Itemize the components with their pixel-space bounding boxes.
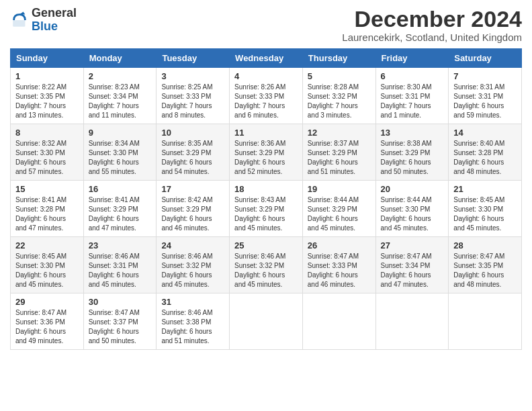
day-number: 10 bbox=[161, 128, 224, 138]
day-cell: 14Sunrise: 8:40 AMSunset: 3:28 PMDayligh… bbox=[449, 124, 522, 181]
day-info: Sunrise: 8:47 AMSunset: 3:37 PMDaylight:… bbox=[89, 308, 152, 346]
day-cell: 31Sunrise: 8:46 AMSunset: 3:38 PMDayligh… bbox=[157, 293, 230, 350]
header-cell-tuesday: Tuesday bbox=[157, 49, 230, 68]
day-cell: 30Sunrise: 8:47 AMSunset: 3:37 PMDayligh… bbox=[83, 293, 157, 350]
day-info: Sunrise: 8:35 AMSunset: 3:29 PMDaylight:… bbox=[161, 139, 224, 177]
logo-area: General Blue bbox=[10, 7, 77, 34]
day-cell: 18Sunrise: 8:43 AMSunset: 3:29 PMDayligh… bbox=[230, 181, 303, 237]
svg-rect-0 bbox=[13, 20, 25, 27]
day-info: Sunrise: 8:38 AMSunset: 3:29 PMDaylight:… bbox=[381, 139, 444, 177]
day-cell: 26Sunrise: 8:47 AMSunset: 3:33 PMDayligh… bbox=[302, 237, 375, 293]
day-number: 22 bbox=[15, 240, 79, 250]
day-cell: 9Sunrise: 8:34 AMSunset: 3:30 PMDaylight… bbox=[83, 124, 157, 181]
day-cell: 24Sunrise: 8:46 AMSunset: 3:32 PMDayligh… bbox=[157, 237, 230, 293]
calendar-body: 1Sunrise: 8:22 AMSunset: 3:35 PMDaylight… bbox=[11, 68, 522, 350]
day-info: Sunrise: 8:41 AMSunset: 3:28 PMDaylight:… bbox=[15, 195, 79, 233]
week-row: 1Sunrise: 8:22 AMSunset: 3:35 PMDaylight… bbox=[11, 68, 522, 124]
day-cell: 10Sunrise: 8:35 AMSunset: 3:29 PMDayligh… bbox=[157, 124, 230, 181]
day-cell: 27Sunrise: 8:47 AMSunset: 3:34 PMDayligh… bbox=[375, 237, 449, 293]
header-row: SundayMondayTuesdayWednesdayThursdayFrid… bbox=[11, 49, 522, 68]
day-info: Sunrise: 8:46 AMSunset: 3:31 PMDaylight:… bbox=[89, 252, 152, 289]
day-cell: 13Sunrise: 8:38 AMSunset: 3:29 PMDayligh… bbox=[375, 124, 449, 181]
day-info: Sunrise: 8:36 AMSunset: 3:29 PMDaylight:… bbox=[234, 139, 298, 177]
day-info: Sunrise: 8:31 AMSunset: 3:31 PMDaylight:… bbox=[453, 83, 517, 120]
header-cell-friday: Friday bbox=[375, 49, 449, 68]
day-info: Sunrise: 8:30 AMSunset: 3:31 PMDaylight:… bbox=[381, 83, 444, 120]
day-number: 1 bbox=[15, 71, 79, 81]
day-number: 17 bbox=[161, 184, 224, 194]
day-number: 9 bbox=[89, 128, 152, 138]
header-cell-saturday: Saturday bbox=[449, 49, 522, 68]
day-number: 15 bbox=[15, 184, 79, 194]
day-number: 18 bbox=[234, 184, 298, 194]
location-title: Laurencekirk, Scotland, United Kingdom bbox=[342, 32, 522, 43]
logo-general: General bbox=[32, 7, 77, 20]
calendar-header: SundayMondayTuesdayWednesdayThursdayFrid… bbox=[11, 49, 522, 68]
day-cell: 25Sunrise: 8:46 AMSunset: 3:32 PMDayligh… bbox=[230, 237, 303, 293]
day-number: 19 bbox=[308, 184, 371, 194]
day-number: 7 bbox=[453, 71, 517, 81]
day-info: Sunrise: 8:26 AMSunset: 3:33 PMDaylight:… bbox=[234, 83, 298, 120]
calendar-table: SundayMondayTuesdayWednesdayThursdayFrid… bbox=[10, 48, 522, 350]
day-number: 28 bbox=[453, 240, 517, 250]
day-number: 16 bbox=[89, 184, 152, 194]
day-info: Sunrise: 8:28 AMSunset: 3:32 PMDaylight:… bbox=[308, 83, 371, 120]
day-info: Sunrise: 8:47 AMSunset: 3:35 PMDaylight:… bbox=[453, 252, 517, 289]
title-area: December 2024 Laurencekirk, Scotland, Un… bbox=[342, 7, 522, 43]
day-info: Sunrise: 8:22 AMSunset: 3:35 PMDaylight:… bbox=[15, 83, 79, 120]
day-info: Sunrise: 8:47 AMSunset: 3:33 PMDaylight:… bbox=[308, 252, 371, 289]
day-number: 8 bbox=[15, 128, 79, 138]
day-info: Sunrise: 8:37 AMSunset: 3:29 PMDaylight:… bbox=[308, 139, 371, 177]
day-info: Sunrise: 8:46 AMSunset: 3:32 PMDaylight:… bbox=[234, 252, 298, 289]
day-info: Sunrise: 8:44 AMSunset: 3:29 PMDaylight:… bbox=[308, 195, 371, 233]
header-cell-wednesday: Wednesday bbox=[230, 49, 303, 68]
day-info: Sunrise: 8:44 AMSunset: 3:30 PMDaylight:… bbox=[381, 195, 444, 233]
day-cell: 15Sunrise: 8:41 AMSunset: 3:28 PMDayligh… bbox=[11, 181, 84, 237]
day-cell: 20Sunrise: 8:44 AMSunset: 3:30 PMDayligh… bbox=[375, 181, 449, 237]
day-info: Sunrise: 8:47 AMSunset: 3:36 PMDaylight:… bbox=[15, 308, 79, 346]
day-number: 24 bbox=[161, 240, 224, 250]
day-number: 4 bbox=[234, 71, 298, 81]
day-cell: 19Sunrise: 8:44 AMSunset: 3:29 PMDayligh… bbox=[302, 181, 375, 237]
day-number: 14 bbox=[453, 128, 517, 138]
day-number: 23 bbox=[89, 240, 152, 250]
day-cell: 22Sunrise: 8:45 AMSunset: 3:30 PMDayligh… bbox=[11, 237, 84, 293]
day-cell: 17Sunrise: 8:42 AMSunset: 3:29 PMDayligh… bbox=[157, 181, 230, 237]
day-cell: 21Sunrise: 8:45 AMSunset: 3:30 PMDayligh… bbox=[449, 181, 522, 237]
day-cell bbox=[375, 293, 449, 350]
day-cell: 8Sunrise: 8:32 AMSunset: 3:30 PMDaylight… bbox=[11, 124, 84, 181]
day-number: 6 bbox=[381, 71, 444, 81]
day-info: Sunrise: 8:46 AMSunset: 3:38 PMDaylight:… bbox=[161, 308, 224, 346]
day-number: 12 bbox=[308, 128, 371, 138]
day-cell: 16Sunrise: 8:41 AMSunset: 3:29 PMDayligh… bbox=[83, 181, 157, 237]
logo-text: General Blue bbox=[32, 7, 77, 34]
day-number: 2 bbox=[89, 71, 152, 81]
week-row: 22Sunrise: 8:45 AMSunset: 3:30 PMDayligh… bbox=[11, 237, 522, 293]
day-cell bbox=[449, 293, 522, 350]
day-info: Sunrise: 8:25 AMSunset: 3:33 PMDaylight:… bbox=[161, 83, 224, 120]
day-cell: 6Sunrise: 8:30 AMSunset: 3:31 PMDaylight… bbox=[375, 68, 449, 124]
day-cell: 11Sunrise: 8:36 AMSunset: 3:29 PMDayligh… bbox=[230, 124, 303, 181]
day-cell: 4Sunrise: 8:26 AMSunset: 3:33 PMDaylight… bbox=[230, 68, 303, 124]
header-cell-thursday: Thursday bbox=[302, 49, 375, 68]
logo-blue: Blue bbox=[32, 20, 77, 34]
day-info: Sunrise: 8:40 AMSunset: 3:28 PMDaylight:… bbox=[453, 139, 517, 177]
day-number: 13 bbox=[381, 128, 444, 138]
month-title: December 2024 bbox=[342, 7, 522, 32]
day-cell: 3Sunrise: 8:25 AMSunset: 3:33 PMDaylight… bbox=[157, 68, 230, 124]
day-info: Sunrise: 8:45 AMSunset: 3:30 PMDaylight:… bbox=[453, 195, 517, 233]
day-number: 31 bbox=[161, 297, 224, 307]
day-number: 3 bbox=[161, 71, 224, 81]
week-row: 29Sunrise: 8:47 AMSunset: 3:36 PMDayligh… bbox=[11, 293, 522, 350]
day-cell: 23Sunrise: 8:46 AMSunset: 3:31 PMDayligh… bbox=[83, 237, 157, 293]
day-number: 27 bbox=[381, 240, 444, 250]
day-cell: 28Sunrise: 8:47 AMSunset: 3:35 PMDayligh… bbox=[449, 237, 522, 293]
day-info: Sunrise: 8:42 AMSunset: 3:29 PMDaylight:… bbox=[161, 195, 224, 233]
day-cell: 29Sunrise: 8:47 AMSunset: 3:36 PMDayligh… bbox=[11, 293, 84, 350]
day-number: 30 bbox=[89, 297, 152, 307]
day-info: Sunrise: 8:23 AMSunset: 3:34 PMDaylight:… bbox=[89, 83, 152, 120]
day-cell bbox=[230, 293, 303, 350]
day-info: Sunrise: 8:43 AMSunset: 3:29 PMDaylight:… bbox=[234, 195, 298, 233]
day-cell bbox=[302, 293, 375, 350]
week-row: 8Sunrise: 8:32 AMSunset: 3:30 PMDaylight… bbox=[11, 124, 522, 181]
